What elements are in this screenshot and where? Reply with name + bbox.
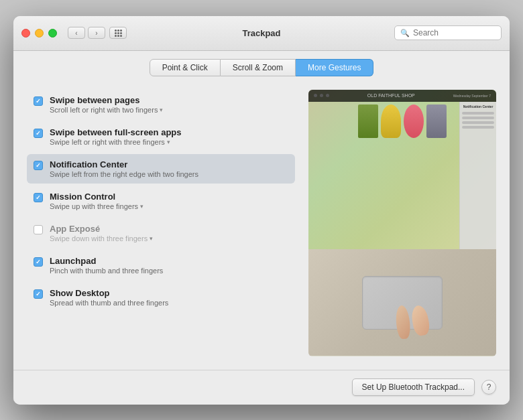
gesture-text-launchpad: Launchpad Pinch with thumb and three fin…: [50, 256, 163, 275]
chevron-icon-swipe-pages: ▾: [160, 107, 163, 113]
menu-dot-1: [314, 94, 317, 97]
tab-point-click[interactable]: Point & Click: [150, 59, 221, 76]
tab-bar: Point & Click Scroll & Zoom More Gesture…: [13, 51, 510, 83]
notif-line-2: [462, 117, 494, 119]
gesture-desc-desktop: Spread with thumb and three fingers: [50, 299, 168, 307]
gesture-title-launchpad: Launchpad: [50, 256, 163, 266]
gesture-title-expose: App Exposé: [50, 224, 153, 234]
gesture-text-desktop: Show Desktop Spread with thumb and three…: [50, 288, 168, 307]
gesture-title-swipe-pages: Swipe between pages: [50, 95, 163, 105]
checkbox-desktop[interactable]: [34, 289, 43, 299]
bottom-bar: Set Up Bluetooth Trackpad... ?: [13, 370, 510, 405]
bluetooth-setup-button[interactable]: Set Up Bluetooth Trackpad...: [352, 378, 475, 396]
checkbox-swipe-pages[interactable]: [34, 96, 43, 106]
gesture-notification-center[interactable]: Notification Center Swipe left from the …: [27, 154, 295, 184]
gesture-desc-swipe-fullscreen: Swipe left or right with three fingers ▾: [50, 138, 182, 146]
gesture-app-expose[interactable]: App Exposé Swipe down with three fingers…: [27, 218, 295, 248]
gesture-title-swipe-fullscreen: Swipe between full-screen apps: [50, 127, 182, 137]
titlebar: ‹ › Trackpad 🔍: [13, 16, 510, 51]
back-button[interactable]: ‹: [68, 27, 85, 39]
checkbox-wrapper-mission: [34, 193, 43, 202]
gesture-text-swipe-fullscreen: Swipe between full-screen apps Swipe lef…: [50, 127, 182, 146]
shop-title: OLD FAITHFUL SHOP: [332, 93, 451, 98]
notif-line-4: [462, 126, 494, 129]
preview-panel: OLD FAITHFUL SHOP Wednesday September 7: [308, 90, 496, 356]
gesture-mission-control[interactable]: Mission Control Swipe up with three fing…: [27, 186, 295, 216]
gesture-text-expose: App Exposé Swipe down with three fingers…: [50, 224, 153, 242]
nav-buttons: ‹ ›: [68, 27, 105, 39]
gesture-desc-expose: Swipe down with three fingers ▾: [50, 234, 153, 242]
date-text: Wednesday September 7: [453, 94, 491, 98]
menu-dot-3: [326, 94, 329, 97]
screen-menubar: OLD FAITHFUL SHOP Wednesday September 7: [308, 90, 496, 102]
notif-line-1: [462, 112, 494, 115]
grid-button[interactable]: [109, 27, 127, 39]
screen-bottom: [308, 249, 496, 356]
checkbox-launchpad[interactable]: [34, 257, 43, 267]
checkbox-wrapper-desktop: [34, 289, 43, 299]
item-tomato: [404, 104, 424, 138]
gestures-list: Swipe between pages Scroll left or right…: [27, 90, 295, 356]
gesture-show-desktop[interactable]: Show Desktop Spread with thumb and three…: [27, 283, 295, 312]
forward-button[interactable]: ›: [88, 27, 105, 39]
checkbox-swipe-fullscreen[interactable]: [34, 129, 43, 138]
minimize-button[interactable]: [35, 29, 44, 38]
gesture-desc-notif: Swipe left from the right edge with two …: [50, 170, 198, 178]
gesture-launchpad[interactable]: Launchpad Pinch with thumb and three fin…: [27, 251, 295, 280]
search-box[interactable]: 🔍: [394, 25, 502, 40]
maximize-button[interactable]: [48, 29, 57, 38]
preview-image: OLD FAITHFUL SHOP Wednesday September 7: [308, 90, 496, 356]
gesture-text-notif: Notification Center Swipe left from the …: [50, 159, 198, 178]
checkbox-wrapper-swipe-pages: [34, 96, 43, 106]
notif-panel-header: Notification Center: [462, 104, 494, 109]
checkbox-wrapper-notif: [34, 161, 43, 170]
checkbox-expose[interactable]: [34, 225, 43, 234]
gesture-text-mission: Mission Control Swipe up with three fing…: [50, 192, 143, 210]
item-bucket: [426, 104, 447, 138]
gesture-title-notif: Notification Center: [50, 159, 198, 169]
main-window: ‹ › Trackpad 🔍 Point & Click Scroll & Zo…: [13, 16, 510, 405]
checkbox-wrapper-swipe-fullscreen: [34, 129, 43, 138]
gesture-text-swipe-pages: Swipe between pages Scroll left or right…: [50, 95, 163, 114]
search-icon: 🔍: [400, 29, 410, 38]
item-melon: [381, 104, 401, 138]
content-area: Swipe between pages Scroll left or right…: [13, 83, 510, 370]
gesture-title-desktop: Show Desktop: [50, 288, 168, 298]
checkbox-notif[interactable]: [34, 161, 43, 170]
gesture-swipe-fullscreen[interactable]: Swipe between full-screen apps Swipe lef…: [27, 122, 295, 151]
grid-icon: [115, 29, 122, 37]
notification-panel-overlay: Notification Center: [459, 102, 496, 250]
tab-scroll-zoom[interactable]: Scroll & Zoom: [221, 59, 296, 76]
gesture-desc-launchpad: Pinch with thumb and three fingers: [50, 267, 163, 275]
trackpad-preview: [362, 276, 443, 330]
screen-top: OLD FAITHFUL SHOP Wednesday September 7: [308, 90, 496, 250]
checkbox-mission[interactable]: [34, 193, 43, 202]
chevron-icon-swipe-fullscreen: ▾: [167, 139, 170, 145]
gesture-title-mission: Mission Control: [50, 192, 143, 202]
chevron-icon-expose: ▾: [150, 235, 153, 242]
notif-line-3: [462, 121, 494, 124]
close-button[interactable]: [21, 29, 30, 38]
chevron-icon-mission: ▾: [140, 203, 143, 210]
search-input[interactable]: [413, 28, 496, 38]
checkbox-wrapper-launchpad: [34, 257, 43, 267]
tab-more-gestures[interactable]: More Gestures: [296, 59, 373, 76]
traffic-lights: [21, 29, 57, 38]
window-title: Trackpad: [242, 28, 280, 38]
gesture-desc-swipe-pages: Scroll left or right with two fingers ▾: [50, 106, 163, 114]
menu-dot-2: [320, 94, 323, 97]
checkbox-wrapper-expose: [34, 225, 43, 234]
help-button[interactable]: ?: [481, 380, 496, 395]
gesture-swipe-pages[interactable]: Swipe between pages Scroll left or right…: [27, 90, 295, 119]
item-pineapple: [358, 104, 378, 138]
finger-1: [410, 304, 430, 336]
finger-2: [395, 305, 411, 340]
gesture-desc-mission: Swipe up with three fingers ▾: [50, 202, 143, 210]
